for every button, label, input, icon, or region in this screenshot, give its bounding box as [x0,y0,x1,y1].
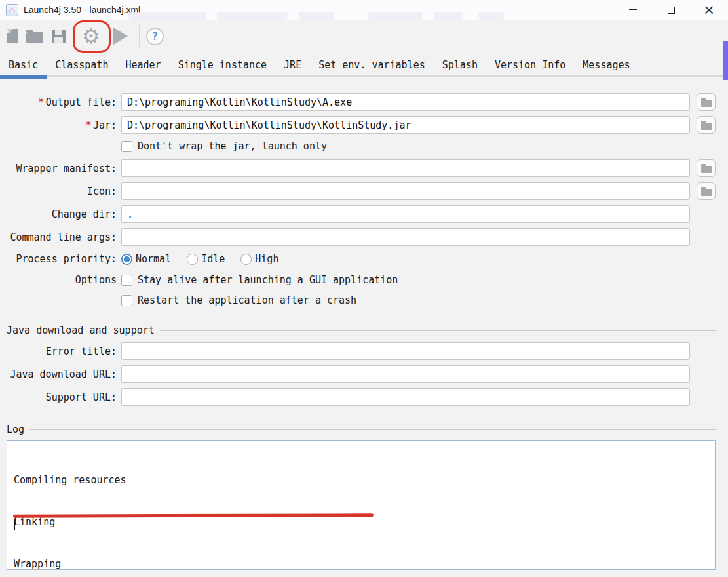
tab-jre[interactable]: JRE [275,54,310,75]
process-priority-label: Process priority: [7,253,117,265]
tab-classpath[interactable]: Classpath [47,54,117,75]
folder-icon [701,189,712,196]
tab-basic[interactable]: Basic [0,54,47,75]
save-floppy-icon [52,30,66,43]
wrapper-manifest-row: Wrapper manifest: [7,159,716,177]
maximize-icon [668,7,675,14]
restart-crash-row: Restart the application after a crash [7,294,716,306]
error-title-input[interactable] [121,342,690,360]
folder-icon [701,166,712,173]
tab-bar: Basic Classpath Header Single instance J… [0,54,728,77]
browse-jar-button[interactable] [697,116,716,134]
run-executable-button[interactable] [113,28,128,45]
cmd-args-row: Command line args: [7,228,716,246]
background-artifact [128,12,206,20]
folder-icon [701,100,712,107]
output-file-input[interactable] [121,93,690,111]
process-priority-row: Process priority: Normal Idle High [7,253,716,265]
restart-crash-checkbox[interactable] [121,295,132,306]
tab-set-env-variables[interactable]: Set env. variables [310,54,434,75]
log-line: Compiling resources [14,473,708,487]
restart-crash-label: Restart the application after a crash [138,294,356,306]
error-title-row: Error title: [7,342,716,360]
wrapper-manifest-input[interactable] [121,159,690,177]
help-icon: ? [146,28,164,45]
change-dir-row: Change dir: [7,205,716,223]
error-title-label: Error title: [7,346,117,357]
jar-label: *Jar: [7,119,117,131]
folder-icon [701,123,712,130]
jar-row: *Jar: [7,116,716,134]
stay-alive-label: Stay alive after launching a GUI applica… [138,274,398,286]
tab-header[interactable]: Header [117,54,169,75]
required-asterisk: * [39,96,45,108]
output-file-label: *Output file: [7,96,117,108]
window-title: Launch4j 3.50 - launch4j.xml [24,5,140,15]
java-download-group-title: Java download and support [7,325,155,336]
priority-normal-label: Normal [136,253,171,265]
tab-messages[interactable]: Messages [574,54,638,75]
priority-normal-radio[interactable] [121,254,132,265]
stay-alive-row: Options Stay alive after launching a GUI… [7,274,716,286]
minimize-button[interactable] [614,0,652,20]
support-url-row: Support URL: [7,388,716,406]
dont-wrap-checkbox[interactable] [121,141,132,152]
basic-tab-panel: *Output file: *Jar: Dont't wrap the jar,… [0,93,728,435]
jar-input[interactable] [121,116,690,134]
java-download-url-row: Java download URL: [7,365,716,383]
background-artifact [434,12,463,20]
dont-wrap-label: Dont't wrap the jar, launch only [138,140,327,152]
log-textarea[interactable]: Compiling resources Linking Wrapping WAR… [7,440,716,570]
options-label: Options [7,274,117,286]
log-group-header: Log [7,424,716,435]
priority-idle-radio[interactable] [187,254,198,265]
minimize-icon [629,9,637,10]
change-dir-input[interactable] [121,205,690,223]
red-circle-annotation [73,20,111,53]
cmd-args-input[interactable] [121,228,690,246]
log-group-title: Log [7,424,24,435]
background-artifact [298,12,334,20]
java-download-group-header: Java download and support [7,325,716,336]
close-icon: × [703,3,715,17]
new-document-icon [7,29,18,43]
output-file-row: *Output file: [7,93,716,111]
help-button[interactable]: ? [146,28,164,45]
log-line: Wrapping [14,557,708,570]
group-divider-line [29,429,716,430]
support-url-label: Support URL: [7,391,117,403]
background-artifact [367,12,423,20]
app-java-icon: ♨ [6,4,18,16]
support-url-input[interactable] [121,388,690,406]
open-folder-icon [26,32,43,43]
browse-icon-button[interactable] [697,182,716,200]
icon-input[interactable] [121,182,690,200]
priority-idle-label: Idle [201,253,225,265]
log-line: Linking [14,515,708,529]
build-wrapper-button[interactable]: ⚙ [74,24,108,49]
dont-wrap-row: Dont't wrap the jar, launch only [7,140,716,152]
priority-high-radio[interactable] [240,254,252,265]
java-download-url-label: Java download URL: [7,368,117,380]
wrapper-manifest-label: Wrapper manifest: [7,163,117,174]
tab-single-instance[interactable]: Single instance [170,54,275,75]
background-artifact [216,12,288,20]
save-config-button[interactable] [52,30,66,43]
close-button[interactable]: × [690,0,728,20]
stay-alive-checkbox[interactable] [121,275,132,286]
java-download-url-input[interactable] [121,365,690,383]
edge-scrollbar-thumb[interactable] [723,41,728,80]
open-config-button[interactable] [26,30,43,43]
icon-label: Icon: [7,186,117,197]
tab-version-info[interactable]: Version Info [486,54,574,75]
priority-high-label: High [255,253,278,265]
maximize-button[interactable] [652,0,690,20]
browse-manifest-button[interactable] [697,159,716,177]
cmd-args-label: Command line args: [7,231,117,243]
toolbar-divider [139,25,140,47]
background-artifact [478,12,505,20]
group-divider-line [160,330,716,331]
tab-splash[interactable]: Splash [434,54,486,75]
new-config-button[interactable] [7,29,18,43]
browse-output-file-button[interactable] [697,93,716,111]
